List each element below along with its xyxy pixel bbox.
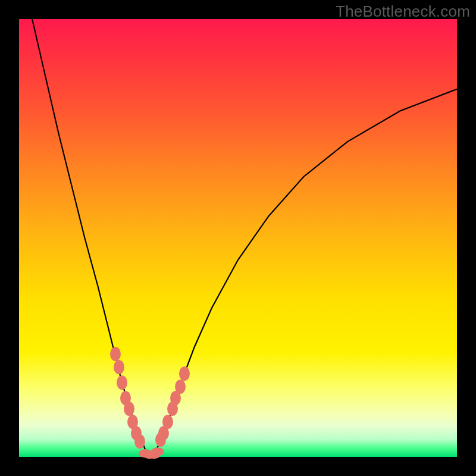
bottleneck-curve — [19, 19, 457, 457]
data-marker-bottom — [151, 447, 164, 456]
data-marker-left — [110, 347, 121, 361]
data-marker-left — [114, 360, 124, 374]
data-marker-right — [179, 367, 190, 381]
chart-container: TheBottleneck.com — [0, 0, 476, 476]
data-marker-left — [117, 375, 127, 390]
plot-area — [19, 19, 457, 457]
data-marker-right — [162, 415, 173, 429]
watermark-text: TheBottleneck.com — [336, 2, 470, 21]
data-marker-right — [175, 380, 186, 394]
data-marker-left — [134, 434, 145, 449]
data-marker-left — [124, 402, 134, 416]
